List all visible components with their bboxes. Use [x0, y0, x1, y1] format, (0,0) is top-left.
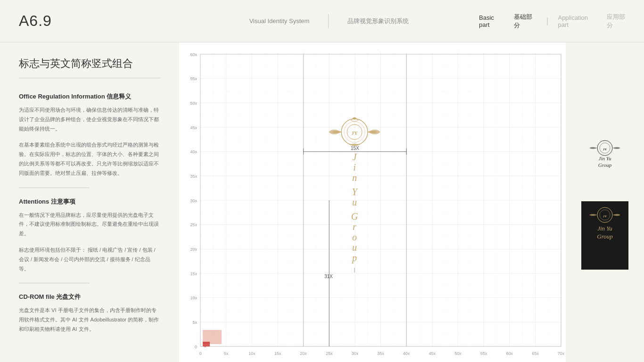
section-title: 标志与英文简称竖式组合	[19, 57, 160, 78]
svg-text:u: u	[352, 242, 357, 253]
svg-text:50x: 50x	[454, 351, 462, 356]
svg-text:70x: 70x	[558, 351, 565, 356]
attention-heading: Attentions 注意事项	[19, 197, 160, 206]
separator-1	[19, 188, 90, 188]
svg-text:20x: 20x	[190, 247, 197, 252]
cdrom-heading: CD-ROM file 光盘文件	[19, 293, 160, 301]
svg-text:Y: Y	[352, 187, 358, 197]
svg-text:55x: 55x	[480, 351, 487, 356]
svg-text:20x: 20x	[300, 351, 307, 356]
svg-text:15x: 15x	[274, 351, 281, 356]
svg-text:JY: JY	[351, 130, 358, 136]
svg-text:45x: 45x	[190, 125, 197, 130]
svg-text:0: 0	[199, 351, 201, 356]
svg-text:o: o	[352, 232, 357, 242]
nav-basic-en: Basic part	[479, 14, 504, 28]
svg-text:35x: 35x	[190, 174, 197, 179]
svg-text:Group: Group	[598, 162, 612, 168]
attention-text2: 标志使用环境包括但不限于： 报纸 / 电视广告 / 宣传 / 包装 / 会议 /…	[19, 246, 160, 273]
logo-dark-version: JY Jin Yu Group	[581, 201, 628, 270]
header-title-en: Visual Identity System	[249, 17, 310, 25]
grid-svg: 0 5x 10x 15x 20x 25x 30x 35x 40x 45x 50x…	[179, 42, 566, 362]
svg-text:Jin Yu: Jin Yu	[599, 156, 611, 161]
svg-text:15X: 15X	[351, 146, 359, 151]
svg-text:25x: 25x	[190, 222, 197, 227]
logo-light-version: JY Jin Yu Group	[581, 135, 628, 192]
svg-text:25x: 25x	[326, 351, 333, 356]
nav-app-cn: 应用部分	[607, 13, 630, 30]
info-text1: 为适应不同使用场合与环境，确保信息传达的清晰与准确，特设计了企业品牌的多种组合，…	[19, 106, 160, 133]
svg-text:p: p	[351, 253, 357, 263]
svg-text:5x: 5x	[192, 320, 197, 325]
svg-text:10x: 10x	[248, 351, 256, 356]
header-right: Basic part 基础部分 | Application part 应用部分	[479, 13, 644, 30]
svg-text:10x: 10x	[190, 296, 197, 300]
right-panel: JY Jin Yu Group JY Jin Yu Group	[566, 42, 644, 362]
svg-text:u: u	[352, 197, 357, 207]
info-heading: Office Regulation Information 信息释义	[19, 92, 160, 101]
svg-text:30x: 30x	[352, 351, 359, 356]
svg-text:G: G	[351, 211, 358, 222]
svg-text:J: J	[353, 152, 357, 162]
svg-text:0: 0	[195, 345, 197, 349]
info-text2: 在基本要素组合系统中出现的组合形式均经过严格的测算与检验。在实际应用中，标志的位…	[19, 140, 160, 178]
svg-rect-0	[179, 42, 566, 362]
svg-text:31X: 31X	[324, 274, 333, 279]
svg-text:n: n	[352, 173, 357, 183]
svg-text:60x: 60x	[190, 52, 197, 57]
svg-text:Group: Group	[597, 233, 613, 240]
svg-text:65x: 65x	[532, 351, 539, 356]
svg-text:60x: 60x	[506, 351, 513, 356]
header-center: Visual Identity System 品牌视觉形象识别系统	[179, 14, 479, 28]
svg-text:JY: JY	[603, 214, 607, 218]
main-grid-area: 0 5x 10x 15x 20x 25x 30x 35x 40x 45x 50x…	[179, 42, 566, 362]
nav-basic-cn: 基础部分	[514, 13, 537, 30]
svg-text:JY: JY	[603, 148, 607, 151]
page-number: A6.9	[19, 12, 52, 29]
left-panel: 标志与英文简称竖式组合 Office Regulation Informatio…	[0, 42, 179, 362]
attention-text: 在一般情况下使用品牌标志，应尽量使用提供的光盘电子文件，不建议使用标准制图绘制标…	[19, 211, 160, 239]
svg-text:45x: 45x	[429, 351, 436, 356]
svg-text:Jin Yu: Jin Yu	[597, 225, 612, 232]
header: A6.9 Visual Identity System 品牌视觉形象识别系统 B…	[0, 0, 644, 42]
header-title-cn: 品牌视觉形象识别系统	[347, 17, 409, 25]
svg-text:15x: 15x	[190, 272, 197, 276]
cdrom-text: 光盘文件是本 VI 手册电子文件的集合，内含手册制作时的专用软件格式文件。其中 …	[19, 306, 160, 334]
header-divider	[328, 14, 329, 28]
svg-text:30x: 30x	[190, 198, 197, 203]
separator-2	[19, 283, 90, 283]
svg-text:40x: 40x	[403, 351, 410, 356]
svg-text:40x: 40x	[190, 149, 197, 154]
svg-text:35x: 35x	[377, 351, 384, 356]
svg-text:5x: 5x	[224, 351, 229, 356]
nav-app-en: Application part	[558, 14, 597, 28]
svg-text:x: x	[204, 344, 206, 348]
svg-text:r: r	[353, 222, 356, 232]
header-left: A6.9	[0, 12, 179, 30]
svg-text:50x: 50x	[190, 101, 197, 106]
svg-text:55x: 55x	[190, 76, 197, 81]
svg-text:i: i	[353, 162, 356, 173]
